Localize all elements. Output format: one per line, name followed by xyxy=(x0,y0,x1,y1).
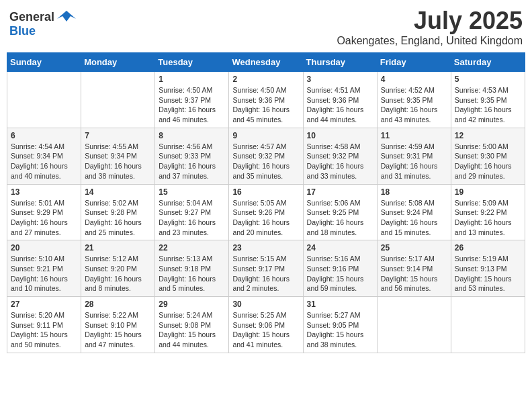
day-number: 25 xyxy=(381,243,447,253)
day-info: Sunrise: 4:53 AM Sunset: 9:35 PM Dayligh… xyxy=(455,85,521,125)
day-info: Sunrise: 5:08 AM Sunset: 9:24 PM Dayligh… xyxy=(381,198,447,238)
day-info: Sunrise: 4:55 AM Sunset: 9:34 PM Dayligh… xyxy=(85,142,151,181)
day-number: 26 xyxy=(455,243,521,253)
calendar-day-header: Thursday xyxy=(303,53,377,72)
calendar-day-header: Sunday xyxy=(7,53,81,72)
logo-text-blue: Blue xyxy=(9,24,36,38)
calendar-day-cell: 23Sunrise: 5:15 AM Sunset: 9:17 PM Dayli… xyxy=(229,240,303,297)
calendar-day-cell: 22Sunrise: 5:13 AM Sunset: 9:18 PM Dayli… xyxy=(155,240,229,297)
day-info: Sunrise: 5:01 AM Sunset: 9:29 PM Dayligh… xyxy=(11,198,77,238)
day-number: 19 xyxy=(455,187,521,197)
calendar-day-header: Monday xyxy=(81,53,155,72)
calendar-day-cell: 26Sunrise: 5:19 AM Sunset: 9:13 PM Dayli… xyxy=(451,240,525,297)
day-info: Sunrise: 5:24 AM Sunset: 9:08 PM Dayligh… xyxy=(159,310,225,350)
calendar-day-cell: 3Sunrise: 4:51 AM Sunset: 9:36 PM Daylig… xyxy=(303,72,377,128)
calendar-day-cell: 8Sunrise: 4:56 AM Sunset: 9:33 PM Daylig… xyxy=(155,128,229,184)
calendar-day-cell: 20Sunrise: 5:10 AM Sunset: 9:21 PM Dayli… xyxy=(7,240,81,297)
day-info: Sunrise: 5:27 AM Sunset: 9:05 PM Dayligh… xyxy=(307,310,373,350)
logo: General Blue xyxy=(9,9,76,38)
day-number: 10 xyxy=(307,131,373,140)
day-number: 1 xyxy=(159,75,225,84)
day-info: Sunrise: 5:15 AM Sunset: 9:17 PM Dayligh… xyxy=(232,254,299,293)
day-number: 5 xyxy=(455,75,521,84)
day-number: 4 xyxy=(381,75,447,84)
day-info: Sunrise: 4:59 AM Sunset: 9:31 PM Dayligh… xyxy=(381,142,447,181)
day-number: 8 xyxy=(159,131,225,140)
day-number: 9 xyxy=(232,131,299,140)
day-info: Sunrise: 5:22 AM Sunset: 9:10 PM Dayligh… xyxy=(85,310,151,350)
calendar-day-cell: 5Sunrise: 4:53 AM Sunset: 9:35 PM Daylig… xyxy=(451,72,525,128)
calendar-day-cell: 9Sunrise: 4:57 AM Sunset: 9:32 PM Daylig… xyxy=(229,128,303,184)
day-number: 2 xyxy=(232,75,299,84)
day-info: Sunrise: 4:50 AM Sunset: 9:37 PM Dayligh… xyxy=(159,85,225,125)
calendar-header-row: SundayMondayTuesdayWednesdayThursdayFrid… xyxy=(7,53,525,72)
day-number: 29 xyxy=(159,300,225,309)
calendar-day-cell: 19Sunrise: 5:09 AM Sunset: 9:22 PM Dayli… xyxy=(451,184,525,240)
logo-text-general: General xyxy=(9,10,54,24)
calendar-day-cell: 24Sunrise: 5:16 AM Sunset: 9:16 PM Dayli… xyxy=(303,240,377,297)
day-number: 31 xyxy=(307,300,373,309)
calendar-day-header: Saturday xyxy=(451,53,525,72)
calendar-day-cell xyxy=(81,72,155,128)
day-info: Sunrise: 4:57 AM Sunset: 9:32 PM Dayligh… xyxy=(232,142,299,181)
day-number: 15 xyxy=(159,187,225,197)
calendar-day-cell: 13Sunrise: 5:01 AM Sunset: 9:29 PM Dayli… xyxy=(7,184,81,240)
day-number: 12 xyxy=(455,131,521,140)
calendar-day-cell: 27Sunrise: 5:20 AM Sunset: 9:11 PM Dayli… xyxy=(7,297,81,353)
calendar-day-cell: 12Sunrise: 5:00 AM Sunset: 9:30 PM Dayli… xyxy=(451,128,525,184)
calendar-day-header: Friday xyxy=(377,53,451,72)
calendar-table: SundayMondayTuesdayWednesdayThursdayFrid… xyxy=(7,52,525,353)
day-number: 21 xyxy=(85,243,151,253)
day-info: Sunrise: 4:52 AM Sunset: 9:35 PM Dayligh… xyxy=(381,85,447,125)
calendar-day-cell: 10Sunrise: 4:58 AM Sunset: 9:32 PM Dayli… xyxy=(303,128,377,184)
calendar-day-cell: 2Sunrise: 4:50 AM Sunset: 9:36 PM Daylig… xyxy=(229,72,303,128)
day-info: Sunrise: 5:20 AM Sunset: 9:11 PM Dayligh… xyxy=(11,310,77,350)
day-number: 17 xyxy=(307,187,373,197)
calendar-day-cell xyxy=(7,72,81,128)
day-info: Sunrise: 4:56 AM Sunset: 9:33 PM Dayligh… xyxy=(159,142,225,181)
day-number: 28 xyxy=(85,300,151,309)
calendar-day-cell: 21Sunrise: 5:12 AM Sunset: 9:20 PM Dayli… xyxy=(81,240,155,297)
calendar-day-cell xyxy=(451,297,525,353)
calendar-week-row: 20Sunrise: 5:10 AM Sunset: 9:21 PM Dayli… xyxy=(7,240,525,297)
calendar-day-cell: 11Sunrise: 4:59 AM Sunset: 9:31 PM Dayli… xyxy=(377,128,451,184)
calendar-day-cell xyxy=(377,297,451,353)
day-number: 6 xyxy=(11,131,77,140)
calendar-day-cell: 1Sunrise: 4:50 AM Sunset: 9:37 PM Daylig… xyxy=(155,72,229,128)
calendar-day-cell: 6Sunrise: 4:54 AM Sunset: 9:34 PM Daylig… xyxy=(7,128,81,184)
day-number: 14 xyxy=(85,187,151,197)
page-header: General Blue July 2025 Oakengates, Engla… xyxy=(7,7,525,47)
calendar-day-cell: 30Sunrise: 5:25 AM Sunset: 9:06 PM Dayli… xyxy=(229,297,303,353)
day-number: 27 xyxy=(11,300,77,309)
subtitle: Oakengates, England, United Kingdom xyxy=(337,35,523,47)
calendar-day-header: Tuesday xyxy=(155,53,229,72)
calendar-day-cell: 29Sunrise: 5:24 AM Sunset: 9:08 PM Dayli… xyxy=(155,297,229,353)
title-area: July 2025 Oakengates, England, United Ki… xyxy=(337,7,523,47)
day-info: Sunrise: 5:10 AM Sunset: 9:21 PM Dayligh… xyxy=(11,254,77,293)
day-number: 16 xyxy=(232,187,299,197)
day-info: Sunrise: 5:13 AM Sunset: 9:18 PM Dayligh… xyxy=(159,254,225,293)
calendar-week-row: 13Sunrise: 5:01 AM Sunset: 9:29 PM Dayli… xyxy=(7,184,525,240)
calendar-day-cell: 18Sunrise: 5:08 AM Sunset: 9:24 PM Dayli… xyxy=(377,184,451,240)
day-info: Sunrise: 5:02 AM Sunset: 9:28 PM Dayligh… xyxy=(85,198,151,238)
calendar-day-cell: 25Sunrise: 5:17 AM Sunset: 9:14 PM Dayli… xyxy=(377,240,451,297)
day-info: Sunrise: 4:58 AM Sunset: 9:32 PM Dayligh… xyxy=(307,142,373,181)
day-number: 30 xyxy=(232,300,299,309)
day-number: 3 xyxy=(307,75,373,84)
day-info: Sunrise: 5:19 AM Sunset: 9:13 PM Dayligh… xyxy=(455,254,521,293)
day-number: 13 xyxy=(11,187,77,197)
logo-bird-icon xyxy=(57,9,76,24)
calendar-day-cell: 16Sunrise: 5:05 AM Sunset: 9:26 PM Dayli… xyxy=(229,184,303,240)
calendar-week-row: 6Sunrise: 4:54 AM Sunset: 9:34 PM Daylig… xyxy=(7,128,525,184)
day-info: Sunrise: 4:54 AM Sunset: 9:34 PM Dayligh… xyxy=(11,142,77,181)
day-info: Sunrise: 4:51 AM Sunset: 9:36 PM Dayligh… xyxy=(307,85,373,125)
calendar-day-cell: 31Sunrise: 5:27 AM Sunset: 9:05 PM Dayli… xyxy=(303,297,377,353)
calendar-day-cell: 4Sunrise: 4:52 AM Sunset: 9:35 PM Daylig… xyxy=(377,72,451,128)
day-number: 22 xyxy=(159,243,225,253)
day-info: Sunrise: 5:12 AM Sunset: 9:20 PM Dayligh… xyxy=(85,254,151,293)
day-number: 18 xyxy=(381,187,447,197)
calendar-day-cell: 17Sunrise: 5:06 AM Sunset: 9:25 PM Dayli… xyxy=(303,184,377,240)
day-info: Sunrise: 5:25 AM Sunset: 9:06 PM Dayligh… xyxy=(232,310,299,350)
day-number: 20 xyxy=(11,243,77,253)
calendar-day-cell: 28Sunrise: 5:22 AM Sunset: 9:10 PM Dayli… xyxy=(81,297,155,353)
